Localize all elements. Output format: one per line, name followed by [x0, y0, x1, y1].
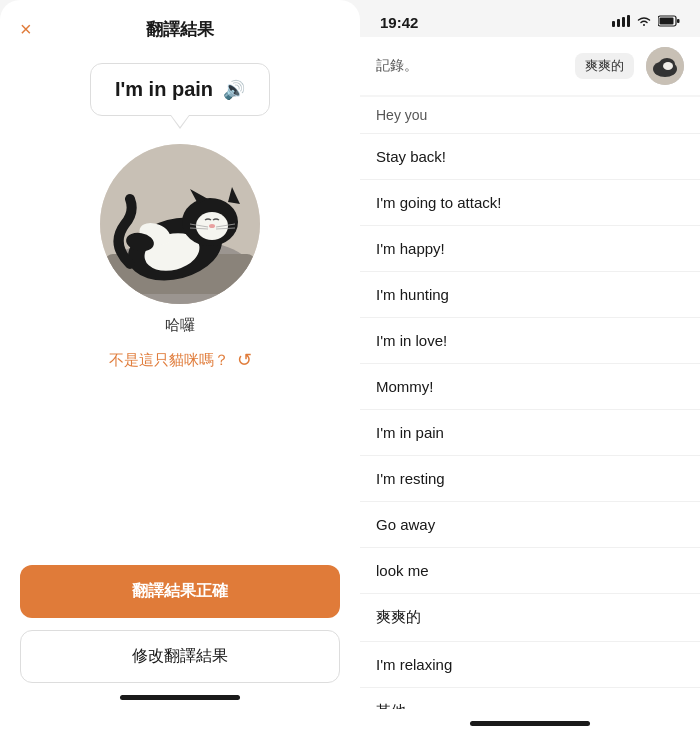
cat-name-label: 哈囉 — [165, 316, 195, 335]
list-item[interactable]: I'm resting — [360, 456, 700, 502]
list-item[interactable]: 爽爽的 — [360, 594, 700, 642]
top-card-avatar — [646, 47, 684, 85]
cat-image — [100, 144, 260, 304]
home-indicator-right — [470, 721, 590, 726]
signal-icon — [612, 15, 630, 30]
status-icons — [612, 15, 680, 30]
hey-you-row: Hey you — [360, 97, 700, 134]
top-card: 記錄。 爽爽的 — [360, 37, 700, 95]
svg-rect-18 — [622, 17, 625, 27]
list-item[interactable]: I'm happy! — [360, 226, 700, 272]
home-indicator — [120, 695, 240, 700]
svg-rect-19 — [627, 15, 630, 27]
list-item[interactable]: 其他 — [360, 688, 700, 709]
speaker-icon[interactable]: 🔊 — [223, 79, 245, 101]
status-time: 19:42 — [380, 14, 418, 31]
status-bar: 19:42 — [360, 0, 700, 37]
list-item[interactable]: I'm hunting — [360, 272, 700, 318]
list-item[interactable]: Stay back! — [360, 134, 700, 180]
speech-bubble: I'm in pain 🔊 — [90, 63, 270, 116]
svg-point-26 — [663, 62, 673, 70]
translation-options-list: Stay back!I'm going to attack!I'm happy!… — [360, 134, 700, 709]
list-item[interactable]: I'm in pain — [360, 410, 700, 456]
list-item[interactable]: Go away — [360, 502, 700, 548]
svg-rect-16 — [612, 21, 615, 27]
top-card-label: 記錄。 — [376, 57, 563, 75]
left-panel: × 翻譯結果 I'm in pain 🔊 — [0, 0, 360, 738]
translation-text: I'm in pain — [115, 78, 213, 101]
cat-avatar — [100, 144, 260, 304]
svg-rect-21 — [660, 18, 674, 25]
close-button[interactable]: × — [20, 18, 32, 41]
top-card-badge: 爽爽的 — [575, 53, 634, 79]
right-panel: 19:42 記錄。 爽爽的 Hey you Stay back!I'm goin… — [360, 0, 700, 738]
list-item[interactable]: Mommy! — [360, 364, 700, 410]
svg-rect-22 — [677, 19, 680, 23]
wifi-icon — [636, 15, 652, 30]
left-header: × 翻譯結果 — [0, 0, 360, 53]
list-item[interactable]: I'm in love! — [360, 318, 700, 364]
page-title: 翻譯結果 — [146, 18, 214, 41]
button-area: 翻譯結果正確 修改翻譯結果 — [0, 565, 360, 738]
modify-button[interactable]: 修改翻譯結果 — [20, 630, 340, 683]
svg-point-7 — [209, 224, 215, 228]
battery-icon — [658, 15, 680, 30]
not-this-cat-button[interactable]: 不是這只貓咪嗎？ ↺ — [109, 349, 252, 371]
refresh-icon: ↺ — [237, 349, 252, 371]
not-this-cat-label: 不是這只貓咪嗎？ — [109, 351, 229, 370]
svg-rect-17 — [617, 19, 620, 27]
confirm-button[interactable]: 翻譯結果正確 — [20, 565, 340, 618]
list-item[interactable]: I'm relaxing — [360, 642, 700, 688]
list-item[interactable]: look me — [360, 548, 700, 594]
list-item[interactable]: I'm going to attack! — [360, 180, 700, 226]
